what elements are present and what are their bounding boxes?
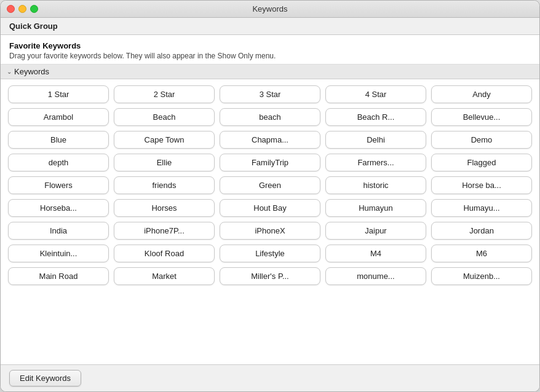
keyword-tag[interactable]: Horseba...: [8, 199, 109, 217]
favorite-keywords-title: Favorite Keywords: [9, 41, 531, 50]
keyword-tag[interactable]: Chapma...: [220, 131, 320, 149]
keyword-tag[interactable]: Kloof Road: [114, 245, 215, 262]
keyword-tag[interactable]: Blue: [8, 131, 109, 149]
keyword-tag[interactable]: Demo: [431, 131, 532, 149]
keyword-tag[interactable]: Andy: [431, 85, 532, 103]
keyword-tag[interactable]: Delhi: [325, 131, 426, 149]
keyword-tag[interactable]: Green: [220, 176, 320, 194]
keyword-tag[interactable]: Lifestyle: [220, 245, 320, 262]
keyword-tag[interactable]: historic: [325, 176, 426, 194]
favorite-keywords-description: Drag your favorite keywords below. They …: [9, 52, 531, 60]
keyword-tag[interactable]: Jaipur: [325, 222, 426, 240]
keywords-grid-area: 1 Star2 Star3 Star4 StarAndyArambolBeach…: [1, 79, 539, 364]
keywords-grid: 1 Star2 Star3 Star4 StarAndyArambolBeach…: [8, 85, 532, 285]
keyword-tag[interactable]: Flagged: [431, 154, 532, 171]
keyword-tag[interactable]: Horses: [114, 199, 215, 217]
keywords-window: Keywords Quick Group Favorite Keywords D…: [0, 0, 540, 392]
keyword-tag[interactable]: Arambol: [8, 108, 109, 126]
quick-group-label: Quick Group: [9, 22, 58, 31]
keyword-tag[interactable]: Flowers: [8, 176, 109, 194]
keyword-tag[interactable]: Hout Bay: [220, 199, 320, 217]
window-title: Keywords: [252, 4, 287, 14]
keyword-tag[interactable]: Beach: [114, 108, 215, 126]
keyword-tag[interactable]: Beach R...: [325, 108, 426, 126]
keyword-tag[interactable]: depth: [8, 154, 109, 171]
keyword-tag[interactable]: Ellie: [114, 154, 215, 171]
keyword-tag[interactable]: Humayu...: [431, 199, 532, 217]
minimize-button[interactable]: [18, 5, 26, 13]
title-bar: Keywords: [1, 1, 539, 18]
favorite-keywords-section: Favorite Keywords Drag your favorite key…: [1, 35, 539, 65]
keyword-tag[interactable]: Miller's P...: [220, 267, 320, 285]
keyword-tag[interactable]: M4: [325, 245, 426, 262]
keyword-tag[interactable]: Main Road: [8, 267, 109, 285]
keyword-tag[interactable]: friends: [114, 176, 215, 194]
keyword-tag[interactable]: FamilyTrip: [220, 154, 320, 171]
keyword-tag[interactable]: iPhoneX: [220, 222, 320, 240]
keywords-header[interactable]: ⌄ Keywords: [1, 65, 539, 79]
keyword-tag[interactable]: Humayun: [325, 199, 426, 217]
keyword-tag[interactable]: 2 Star: [114, 85, 215, 103]
keyword-tag[interactable]: iPhone7P...: [114, 222, 215, 240]
keyword-tag[interactable]: Farmers...: [325, 154, 426, 171]
keyword-tag[interactable]: beach: [220, 108, 320, 126]
keyword-tag[interactable]: Bellevue...: [431, 108, 532, 126]
keywords-header-label: Keywords: [14, 67, 49, 76]
keyword-tag[interactable]: Cape Town: [114, 131, 215, 149]
quick-group-bar: Quick Group: [1, 18, 539, 35]
keyword-tag[interactable]: India: [8, 222, 109, 240]
keyword-tag[interactable]: Horse ba...: [431, 176, 532, 194]
footer: Edit Keywords: [1, 364, 539, 391]
maximize-button[interactable]: [30, 5, 38, 13]
keyword-tag[interactable]: M6: [431, 245, 532, 262]
keyword-tag[interactable]: Kleintuin...: [8, 245, 109, 262]
close-button[interactable]: [7, 5, 15, 13]
keyword-tag[interactable]: monume...: [325, 267, 426, 285]
keyword-tag[interactable]: Jordan: [431, 222, 532, 240]
keyword-tag[interactable]: Market: [114, 267, 215, 285]
edit-keywords-button[interactable]: Edit Keywords: [9, 370, 81, 386]
keyword-tag[interactable]: 1 Star: [8, 85, 109, 103]
keyword-tag[interactable]: 3 Star: [220, 85, 320, 103]
chevron-icon: ⌄: [7, 68, 12, 75]
keyword-tag[interactable]: 4 Star: [325, 85, 426, 103]
window-controls: [7, 5, 38, 13]
keyword-tag[interactable]: Muizenb...: [431, 267, 532, 285]
